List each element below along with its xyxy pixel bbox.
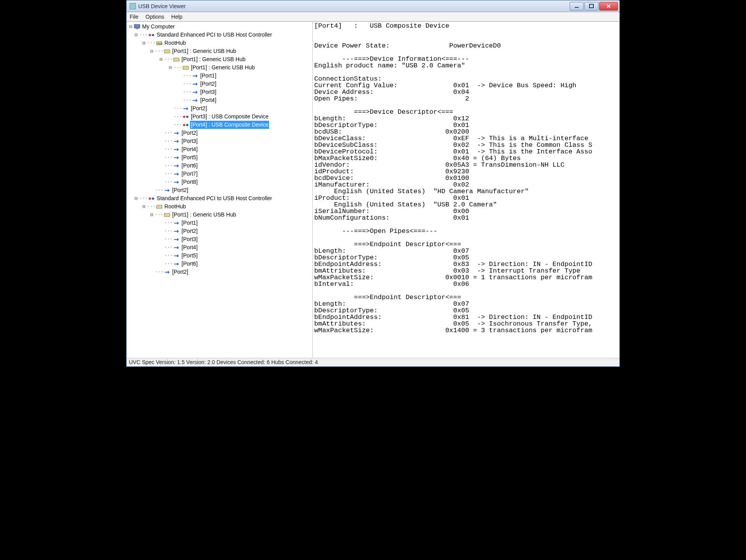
tree-item[interactable]: ···[Port2]	[128, 104, 312, 113]
host-controller-icon	[148, 196, 155, 201]
svg-point-16	[152, 197, 154, 200]
tree-item[interactable]: ···[Port2]	[128, 227, 312, 235]
hub-icon	[164, 212, 171, 218]
menu-file[interactable]: File	[130, 14, 139, 20]
usb-port-icon	[173, 171, 180, 177]
svg-point-12	[186, 116, 188, 118]
tree-item[interactable]: ⊟··· Standard Enhanced PCI to USB Host C…	[128, 194, 312, 203]
usb-device-icon	[182, 122, 189, 128]
tree-item[interactable]: ···[Port3]	[128, 137, 312, 145]
svg-text:HUB: HUB	[157, 42, 162, 45]
collapse-icon[interactable]: ⊟	[134, 194, 139, 203]
tree-item[interactable]: ···[Port7]	[128, 170, 312, 178]
tree-item[interactable]: ⊟··· [Port1] : Generic USB Hub	[128, 55, 312, 63]
usb-port-icon	[173, 180, 180, 185]
detail-panel: [Port4] : USB Composite Device Device Po…	[313, 22, 619, 358]
tree-item[interactable]: ···[Port4]	[128, 96, 312, 104]
svg-point-11	[183, 116, 185, 118]
tree-item[interactable]: ⊟··· Standard Enhanced PCI to USB Host C…	[128, 31, 312, 39]
usb-port-icon	[164, 188, 171, 193]
collapse-icon[interactable]: ⊟	[149, 211, 155, 219]
collapse-icon[interactable]: ⊟	[134, 31, 139, 39]
usb-port-icon	[173, 163, 180, 169]
tree-item-selected[interactable]: ···[Port4] : USB Composite Device	[128, 121, 312, 129]
usb-port-icon	[164, 269, 171, 275]
collapse-icon[interactable]: ⊟	[158, 55, 164, 63]
tree-item[interactable]: ···[Port3]	[128, 235, 312, 243]
app-icon	[130, 3, 136, 9]
collapse-icon[interactable]: ⊟	[141, 203, 147, 211]
host-controller-icon	[148, 32, 155, 38]
tree-item[interactable]: ···[Port2]	[128, 186, 312, 194]
usb-port-icon	[173, 245, 180, 250]
titlebar[interactable]: USB Device Viewer	[127, 0, 619, 12]
usb-port-icon	[173, 220, 180, 226]
computer-icon	[134, 24, 141, 30]
svg-point-14	[186, 124, 188, 126]
tree-item[interactable]: ···[Port1]	[128, 219, 312, 227]
svg-point-15	[149, 197, 151, 200]
tree-item[interactable]: ···[Port4]	[128, 145, 312, 153]
tree-item[interactable]: ⊟··· [Port1] : Generic USB Hub	[128, 211, 312, 219]
svg-rect-1	[589, 4, 593, 8]
tree-item[interactable]: ⊟··· HUB RootHub	[128, 39, 312, 47]
usb-port-icon	[192, 98, 199, 103]
tree-item[interactable]: ⊟··· [Port1] : Generic USB Hub	[128, 47, 312, 55]
collapse-icon[interactable]: ⊟	[168, 63, 173, 72]
hub-icon	[182, 65, 189, 70]
maximize-button[interactable]	[584, 2, 598, 11]
tree-item[interactable]: ···[Port1]	[128, 72, 312, 80]
usb-port-icon	[173, 147, 180, 152]
svg-rect-10	[183, 66, 188, 69]
hub-icon: HUB	[156, 41, 163, 46]
usb-port-icon	[173, 130, 180, 136]
tree-item[interactable]: ···[Port6]	[128, 162, 312, 170]
detail-text[interactable]: [Port4] : USB Composite Device Device Po…	[313, 22, 619, 358]
close-button[interactable]	[599, 2, 618, 11]
tree-item[interactable]: ···[Port2]	[128, 80, 312, 88]
usb-port-icon	[192, 90, 199, 95]
usb-port-icon	[192, 81, 199, 87]
svg-rect-2	[134, 25, 140, 28]
tree-item[interactable]: ⊟··· [Port1] : Generic USB Hub	[128, 63, 312, 72]
svg-rect-18	[164, 213, 170, 217]
tree-item[interactable]: ···[Port3] : USB Composite Device	[128, 113, 312, 121]
collapse-icon[interactable]: ⊟	[141, 39, 147, 47]
svg-rect-0	[575, 7, 579, 8]
tree-root[interactable]: ⊟ My Computer	[128, 23, 312, 31]
tree-item[interactable]: ···[Port3]	[128, 88, 312, 96]
hub-icon	[156, 204, 163, 210]
tree-item[interactable]: ···[Port8]	[128, 178, 312, 186]
hub-icon	[164, 49, 171, 54]
tree-item[interactable]: ···[Port5]	[128, 153, 312, 162]
status-text: UVC Spec Version: 1.5 Version: 2.0 Devic…	[129, 359, 318, 365]
tree-item[interactable]: ···[Port2]	[128, 268, 312, 276]
menubar: File Options Help	[127, 12, 619, 21]
tree-item[interactable]: ⊟··· RootHub	[128, 203, 312, 211]
usb-port-icon	[173, 155, 180, 160]
svg-point-5	[152, 34, 154, 36]
device-tree[interactable]: ⊟ My Computer ⊟··· Standard Enhanced PCI…	[127, 22, 313, 358]
usb-device-icon	[182, 114, 189, 120]
tree-item[interactable]: ···[Port4]	[128, 243, 312, 252]
usb-port-icon	[182, 106, 189, 111]
hub-icon	[173, 57, 180, 62]
window-title: USB Device Viewer	[138, 3, 570, 9]
collapse-icon[interactable]: ⊟	[128, 23, 134, 31]
client-area: ⊟ My Computer ⊟··· Standard Enhanced PCI…	[127, 21, 619, 358]
minimize-button[interactable]	[570, 2, 584, 11]
svg-rect-8	[164, 50, 170, 53]
app-window: USB Device Viewer File Options Help ⊟ My…	[126, 0, 620, 367]
svg-rect-17	[157, 205, 162, 208]
usb-port-icon	[173, 261, 180, 267]
tree-item[interactable]: ···[Port2]	[128, 129, 312, 137]
menu-help[interactable]: Help	[171, 14, 183, 20]
usb-port-icon	[173, 237, 180, 242]
menu-options[interactable]: Options	[146, 14, 164, 20]
collapse-icon[interactable]: ⊟	[149, 47, 155, 55]
tree-item[interactable]: ···[Port5]	[128, 252, 312, 260]
tree-item[interactable]: ···[Port6]	[128, 260, 312, 268]
usb-port-icon	[173, 229, 180, 234]
svg-rect-9	[174, 58, 179, 61]
usb-port-icon	[173, 253, 180, 259]
